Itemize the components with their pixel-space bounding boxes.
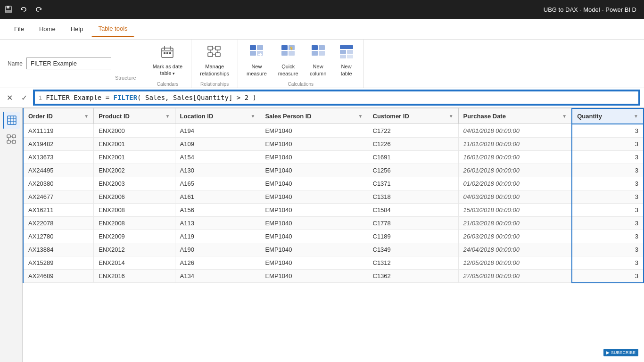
sidebar-icon-model-view[interactable] (3, 131, 20, 148)
formula-input[interactable]: 1 FILTER Example = FILTER( Sales, Sales[… (34, 90, 639, 105)
cell-quantity: 3 (572, 230, 644, 243)
cell-product-id: ENX2001 (94, 137, 175, 150)
svg-rect-18 (250, 45, 256, 50)
col-label-location-id: Location ID (180, 113, 214, 120)
svg-rect-7 (164, 52, 165, 54)
ribbon: Name Structure Mark as datetab (0, 40, 644, 88)
cell-customer-id: C1226 (368, 137, 458, 150)
cell-sales-person-id: EMP1040 (260, 190, 368, 203)
main-area: Order ID ▼ Product ID ▼ Location ID (0, 108, 644, 362)
cell-customer-id: C1312 (368, 256, 458, 269)
subscribe-label: SUBSCRIBE (611, 350, 636, 355)
ribbon-section-calculations: Newmeasure Quickmeasure (238, 40, 364, 88)
sort-icon-product-id[interactable]: ▼ (165, 114, 170, 119)
manage-relationships-button[interactable]: Managerelationships (195, 42, 234, 79)
cell-customer-id: C1318 (368, 190, 458, 203)
col-label-sales-person-id: Sales Person ID (265, 113, 311, 120)
redo-icon[interactable] (34, 5, 43, 14)
sort-icon-purchase-date[interactable]: ▼ (562, 114, 567, 119)
calculations-section-label: Calculations (288, 80, 314, 88)
manage-relationships-label: Managerelationships (200, 63, 229, 77)
col-header-sales-person-id[interactable]: Sales Person ID ▼ (260, 108, 368, 124)
mark-date-table-label: Mark as datetable ▾ (153, 63, 183, 77)
cell-product-id: ENX2001 (94, 150, 175, 164)
calendars-section-label: Calendars (157, 80, 179, 88)
cell-location-id: A126 (175, 256, 260, 269)
col-header-order-id[interactable]: Order ID ▼ (23, 108, 94, 124)
col-label-product-id: Product ID (99, 113, 130, 120)
cell-purchase-date: 16/01/2018 00:00:00 (458, 150, 572, 164)
structure-label: Structure (115, 75, 136, 81)
cell-quantity: 3 (572, 124, 644, 138)
quick-measure-label: Quickmeasure (278, 63, 298, 77)
cell-sales-person-id: EMP1040 (260, 243, 368, 256)
sidebar-icon-table-view[interactable] (3, 112, 20, 129)
menu-file[interactable]: File (8, 22, 31, 36)
svg-rect-13 (215, 53, 220, 57)
col-header-customer-id[interactable]: Customer ID ▼ (368, 108, 458, 124)
cell-product-id: ENX2016 (94, 269, 175, 283)
col-header-location-id[interactable]: Location ID ▼ (175, 108, 260, 124)
save-icon[interactable] (4, 5, 13, 14)
menu-table-tools[interactable]: Table tools (91, 21, 134, 37)
cell-purchase-date: 11/01/2018 00:00:00 (458, 137, 572, 150)
subscribe-badge[interactable]: ▶ SUBSCRIBE (603, 349, 638, 356)
svg-rect-1 (7, 6, 9, 8)
name-label: Name (8, 60, 23, 67)
col-label-purchase-date: Purchase Date (463, 113, 506, 120)
menu-help[interactable]: Help (64, 22, 90, 36)
cell-sales-person-id: EMP1040 (260, 203, 368, 216)
menu-home[interactable]: Home (33, 22, 62, 36)
new-table-button[interactable]: Newtable (333, 42, 360, 79)
cell-product-id: ENX2014 (94, 256, 175, 269)
cell-sales-person-id: EMP1040 (260, 137, 368, 150)
cell-customer-id: C1691 (368, 150, 458, 164)
cell-order-id: AX24495 (23, 164, 94, 177)
cell-location-id: A134 (175, 269, 260, 283)
formula-cancel-button[interactable]: ✕ (4, 92, 16, 103)
cell-product-id: ENX2002 (94, 164, 175, 177)
table-row: AX24495ENX2002A130EMP1040C125626/01/2018… (23, 164, 644, 177)
cell-product-id: ENX2008 (94, 216, 175, 230)
ribbon-section-relationships: Managerelationships Relationships (191, 40, 238, 88)
formula-line-number: 1 (39, 94, 42, 101)
quick-measure-icon (281, 44, 296, 61)
mark-date-table-button[interactable]: Mark as datetable ▾ (148, 42, 188, 79)
formula-input-wrapper: 1 FILTER Example = FILTER( Sales, Sales[… (33, 90, 640, 106)
svg-rect-10 (208, 46, 213, 50)
ribbon-buttons-calculations: Newmeasure Quickmeasure (242, 42, 360, 80)
ribbon-section-calendars: Mark as datetable ▾ Calendars (144, 40, 192, 88)
menu-bar: File Home Help Table tools (0, 19, 644, 40)
window-title: UBG to DAX - Model - Power BI D (544, 6, 636, 13)
formula-confirm-button[interactable]: ✓ (18, 92, 30, 103)
table-row: AX12780ENX2009A119EMP1040C118926/03/2018… (23, 230, 644, 243)
cell-sales-person-id: EMP1040 (260, 150, 368, 164)
sort-icon-customer-id[interactable]: ▼ (449, 114, 454, 119)
new-measure-button[interactable]: Newmeasure (242, 42, 272, 79)
calendar-icon (160, 44, 175, 61)
svg-rect-27 (289, 51, 295, 56)
col-header-quantity[interactable]: Quantity ▼ (572, 108, 644, 124)
cell-order-id: AX15289 (23, 256, 94, 269)
name-input[interactable] (26, 58, 111, 69)
svg-rect-28 (312, 45, 318, 50)
cell-purchase-date: 26/01/2018 00:00:00 (458, 164, 572, 177)
svg-rect-44 (12, 135, 16, 138)
cell-order-id: AX13673 (23, 150, 94, 164)
sort-icon-sales-person-id[interactable]: ▼ (358, 114, 363, 119)
cell-purchase-date: 24/04/2018 00:00:00 (458, 243, 572, 256)
undo-icon[interactable] (19, 5, 28, 14)
table-row: AX16211ENX2008A156EMP1040C158415/03/2018… (23, 203, 644, 216)
sort-icon-quantity[interactable]: ▼ (634, 114, 638, 119)
col-label-order-id: Order ID (28, 113, 53, 120)
cell-product-id: ENX2006 (94, 190, 175, 203)
sort-icon-location-id[interactable]: ▼ (251, 114, 256, 119)
cell-order-id: AX16211 (23, 203, 94, 216)
table-row: AX20380ENX2003A165EMP1040C137101/02/2018… (23, 177, 644, 190)
cell-product-id: ENX2000 (94, 124, 175, 138)
new-column-button[interactable]: Newcolumn (305, 42, 331, 79)
quick-measure-button[interactable]: Quickmeasure (273, 42, 303, 79)
col-header-product-id[interactable]: Product ID ▼ (94, 108, 175, 124)
sort-icon-order-id[interactable]: ▼ (84, 114, 89, 119)
col-header-purchase-date[interactable]: Purchase Date ▼ (458, 108, 572, 124)
